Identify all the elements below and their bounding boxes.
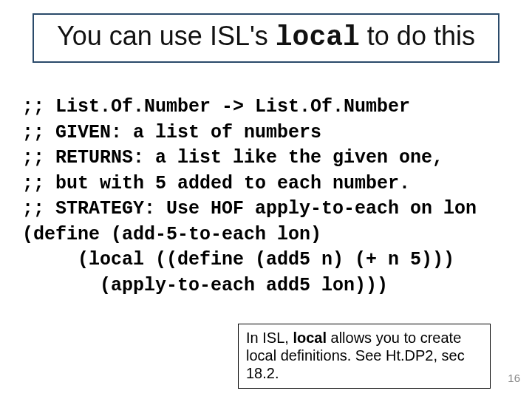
code-line-1: ;; List.Of.Number -> List.Of.Number xyxy=(22,96,410,117)
page-number: 16 xyxy=(508,372,520,384)
title-pre: You can use ISL's xyxy=(57,21,276,51)
code-line-3: ;; RETURNS: a list like the given one, xyxy=(22,147,443,168)
title-post: to do this xyxy=(360,21,475,51)
code-line-4: ;; but with 5 added to each number. xyxy=(22,173,410,194)
code-line-2: ;; GIVEN: a list of numbers xyxy=(22,122,321,143)
code-line-7: (local ((define (add5 n) (+ n 5))) xyxy=(22,249,454,270)
code-line-5: ;; STRATEGY: Use HOF apply-to-each on lo… xyxy=(22,198,477,219)
code-block: ;; List.Of.Number -> List.Of.Number ;; G… xyxy=(22,95,517,299)
slide-title: You can use ISL's local to do this xyxy=(33,13,499,63)
note-callout: In ISL, local allows you to create local… xyxy=(238,324,491,389)
code-line-8: (apply-to-each add5 lon))) xyxy=(22,275,388,296)
code-line-6: (define (add-5-to-each lon) xyxy=(22,224,321,245)
title-mono: local xyxy=(276,21,360,53)
note-bold: local xyxy=(293,330,327,346)
note-text-1: In ISL, xyxy=(246,330,293,346)
